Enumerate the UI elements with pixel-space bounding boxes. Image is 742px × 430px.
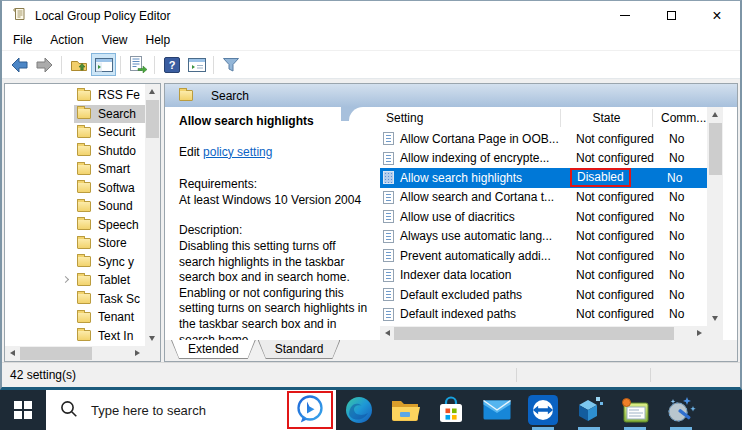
back-button[interactable] bbox=[7, 53, 32, 76]
table-row[interactable]: Allow Cortana Page in OOB... Not configu… bbox=[380, 129, 707, 149]
file-explorer-icon[interactable] bbox=[390, 390, 420, 430]
table-row[interactable]: Default indexed paths Not configured No bbox=[380, 305, 707, 325]
tree-item-sound[interactable]: Sound bbox=[5, 197, 145, 216]
folder-icon bbox=[77, 182, 91, 193]
tree-item-software[interactable]: Softwa bbox=[5, 179, 145, 198]
table-row[interactable]: Allow search and Cortana t... Not config… bbox=[380, 188, 707, 208]
show-window-icon bbox=[188, 58, 206, 72]
tree-item-label: Securit bbox=[98, 125, 135, 139]
tree-horizontal-scrollbar[interactable] bbox=[5, 346, 145, 361]
cube-app-icon[interactable] bbox=[574, 390, 604, 430]
comment-cell: No bbox=[654, 132, 707, 146]
tree-item-text-input[interactable]: Text In bbox=[5, 327, 145, 346]
menubar: File Action View Help bbox=[2, 30, 740, 51]
table-row[interactable]: Allow indexing of encrypte... Not config… bbox=[380, 149, 707, 169]
tree-item-label: Tenant bbox=[98, 310, 134, 324]
help-icon: ? bbox=[164, 57, 180, 73]
scroll-right-icon[interactable] bbox=[135, 350, 140, 356]
back-icon bbox=[10, 56, 29, 74]
minimize-button[interactable] bbox=[602, 1, 648, 30]
tree-item-speech[interactable]: Speech bbox=[5, 216, 145, 235]
table-row[interactable]: Default excluded paths Not configured No bbox=[380, 285, 707, 305]
table-horizontal-scrollbar[interactable] bbox=[380, 326, 707, 340]
scroll-up-icon[interactable] bbox=[712, 112, 718, 117]
folder-icon bbox=[77, 201, 91, 212]
start-button[interactable] bbox=[0, 390, 46, 430]
policy-setting-icon bbox=[383, 171, 394, 184]
tree-item-rss-feeds[interactable]: RSS Fe bbox=[5, 86, 145, 105]
folder-icon bbox=[77, 145, 91, 156]
setting-name: Always use automatic lang... bbox=[400, 229, 552, 243]
export-list-button[interactable] bbox=[125, 53, 150, 76]
maximize-icon bbox=[667, 11, 676, 20]
system-tool-icon[interactable] bbox=[620, 390, 650, 430]
table-hscroll-thumb[interactable] bbox=[394, 327, 674, 340]
show-window-button[interactable] bbox=[184, 53, 209, 76]
table-row[interactable]: Prevent automatically addi... Not config… bbox=[380, 246, 707, 266]
search-placeholder: Type here to search bbox=[91, 403, 206, 418]
folder-icon bbox=[77, 108, 91, 119]
table-row-selected[interactable]: Allow search highlights Disabled No bbox=[380, 168, 707, 188]
menu-action[interactable]: Action bbox=[41, 30, 92, 50]
menu-file[interactable]: File bbox=[4, 30, 41, 50]
status-text: 42 setting(s) bbox=[10, 368, 76, 382]
tab-extended[interactable]: Extended bbox=[171, 340, 256, 359]
teamviewer-icon[interactable] bbox=[528, 390, 558, 430]
up-one-level-button[interactable] bbox=[66, 53, 91, 76]
scroll-down-icon[interactable] bbox=[149, 336, 155, 341]
table-row[interactable]: Indexer data location Not configured No bbox=[380, 266, 707, 286]
edge-icon[interactable] bbox=[344, 390, 374, 430]
state-cell: Disabled bbox=[560, 168, 652, 187]
filter-button[interactable] bbox=[218, 53, 243, 76]
scroll-up-icon[interactable] bbox=[149, 89, 155, 94]
bing-chat-icon[interactable] bbox=[294, 393, 326, 428]
table-vertical-scrollbar[interactable] bbox=[707, 107, 723, 326]
tree-item-store[interactable]: Store bbox=[5, 234, 145, 253]
policy-description-panel: Allow search highlights Edit policy sett… bbox=[165, 107, 378, 340]
search-icon bbox=[59, 399, 79, 422]
scroll-right-icon[interactable] bbox=[697, 330, 702, 336]
state-cell: Not configured bbox=[560, 307, 654, 321]
tree-item-tenant[interactable]: Tenant bbox=[5, 308, 145, 327]
column-header-setting[interactable]: Setting bbox=[380, 109, 560, 127]
scroll-down-icon[interactable] bbox=[712, 316, 718, 321]
mail-icon[interactable] bbox=[482, 390, 512, 430]
column-header-comment[interactable]: Comm... bbox=[652, 109, 707, 127]
tree-vertical-scrollbar[interactable] bbox=[145, 84, 160, 346]
windows-logo-icon bbox=[14, 401, 32, 419]
tab-standard[interactable]: Standard bbox=[258, 340, 341, 359]
scroll-left-icon[interactable] bbox=[10, 350, 15, 356]
tree-hscroll-thumb[interactable] bbox=[20, 347, 92, 360]
tree-item-security[interactable]: Securit bbox=[5, 123, 145, 142]
chevron-right-icon[interactable] bbox=[62, 276, 69, 283]
requirements-label: Requirements: bbox=[179, 177, 368, 193]
desktop-screen: Local Group Policy Editor × File Action … bbox=[0, 0, 742, 430]
tree-item-search[interactable]: Search bbox=[5, 105, 145, 124]
scroll-left-icon[interactable] bbox=[385, 330, 390, 336]
microsoft-store-icon[interactable] bbox=[436, 390, 466, 430]
cleaner-tool-icon[interactable] bbox=[666, 390, 696, 430]
policy-setting-icon bbox=[383, 269, 394, 282]
tree-vscroll-thumb[interactable] bbox=[146, 100, 159, 138]
tree-item-task-scheduler[interactable]: Task Sc bbox=[5, 290, 145, 309]
tree-item-smart[interactable]: Smart bbox=[5, 160, 145, 179]
edit-policy-setting-link[interactable]: policy setting bbox=[203, 145, 272, 159]
taskbar-search-box[interactable]: Type here to search bbox=[46, 390, 336, 430]
menu-view[interactable]: View bbox=[93, 30, 137, 50]
menu-help[interactable]: Help bbox=[137, 30, 180, 50]
maximize-button[interactable] bbox=[648, 1, 694, 30]
up-one-level-icon bbox=[70, 57, 88, 73]
tree-item-sync[interactable]: Sync y bbox=[5, 253, 145, 272]
state-cell: Not configured bbox=[560, 268, 654, 282]
column-header-state[interactable]: State bbox=[560, 109, 652, 127]
forward-button[interactable] bbox=[32, 53, 57, 76]
table-row[interactable]: Always use automatic lang... Not configu… bbox=[380, 227, 707, 247]
tree-item-tablet[interactable]: Tablet bbox=[5, 271, 145, 290]
titlebar[interactable]: Local Group Policy Editor × bbox=[2, 1, 740, 30]
tree-item-shutdown[interactable]: Shutdo bbox=[5, 142, 145, 161]
table-vscroll-thumb[interactable] bbox=[709, 123, 722, 175]
show-console-tree-button[interactable] bbox=[91, 53, 116, 76]
close-button[interactable]: × bbox=[694, 1, 740, 30]
table-row[interactable]: Allow use of diacritics Not configured N… bbox=[380, 207, 707, 227]
help-button[interactable]: ? bbox=[159, 53, 184, 76]
